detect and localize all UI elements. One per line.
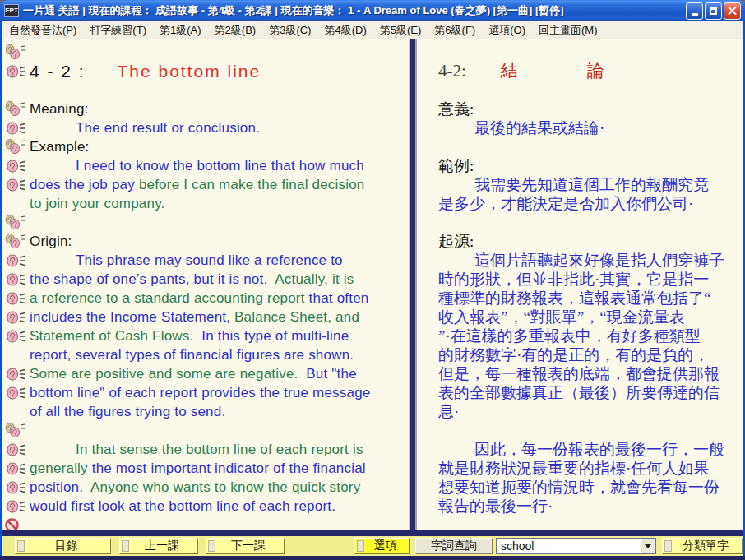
button-strip	[17, 540, 25, 552]
text-line	[4, 81, 409, 100]
close-button[interactable]	[724, 2, 741, 20]
button-strip	[208, 540, 215, 552]
search-combobox[interactable]: school	[496, 538, 656, 554]
menu-item[interactable]: 第2級(B)	[208, 21, 263, 39]
menu-item[interactable]: 自然發音法(P)	[2, 21, 83, 39]
line-text: a reference to a standard accounting rep…	[30, 289, 368, 308]
icon-column	[4, 442, 30, 457]
word-lookup-button[interactable]: 字詞查詢	[415, 538, 493, 554]
listen-line-icon[interactable]	[4, 64, 26, 79]
line-text: Meaning:	[30, 100, 89, 118]
text-line: 的財務數字·有的是正的，有的是負的，	[438, 345, 743, 364]
text-segment: Some are positive and some are negative.	[30, 366, 306, 382]
menu-item[interactable]: 第6級(F)	[428, 21, 482, 39]
text-line: 表的全部數據真正（最後）所要傳達的信	[438, 383, 743, 402]
icon-column	[4, 499, 30, 514]
text-segment: Origin:	[30, 234, 72, 249]
listen-paragraph-icon[interactable]	[4, 101, 26, 118]
text-segment: The end result or conclusion.	[76, 120, 260, 136]
listen-line-icon[interactable]	[4, 272, 26, 287]
menu-item[interactable]: 第4級(D)	[317, 21, 372, 39]
listen-line-icon[interactable]	[4, 461, 26, 476]
listen-line-icon[interactable]	[4, 480, 26, 495]
listen-line-icon[interactable]	[4, 329, 26, 344]
text-line: 報告的最後一行·	[438, 497, 743, 516]
previous-lesson-button[interactable]: 上一課	[119, 538, 198, 554]
listen-line-icon[interactable]	[4, 310, 26, 325]
listen-line-icon[interactable]	[4, 159, 26, 174]
text-segment: 我需要先知道這個工作的報酬究竟	[474, 176, 709, 193]
text-segment: I need to know the bottom line that how …	[76, 158, 364, 174]
menu-item[interactable]: 回主畫面(M)	[532, 21, 604, 39]
text-line	[4, 43, 409, 62]
listen-line-icon[interactable]	[4, 253, 26, 268]
icon-column	[4, 367, 30, 382]
text-line: bottom line" of each report provides the…	[4, 383, 409, 402]
line-text: 範例:	[438, 156, 474, 175]
next-lesson-button[interactable]: 下一課	[206, 538, 285, 554]
line-text: 因此，每一份報表的最後一行，一般	[438, 440, 724, 459]
close-icon	[728, 7, 737, 16]
contents-button[interactable]: 目錄	[15, 538, 111, 554]
line-text: bottom line" of each report provides the…	[30, 383, 370, 402]
listen-paragraph-icon[interactable]	[4, 139, 26, 155]
text-segment: This phrase may sound like a reference t…	[76, 252, 343, 268]
text-segment: In that sense the bottom line of each re…	[76, 442, 363, 457]
menu-item[interactable]: 第3級(C)	[262, 21, 317, 39]
line-text: In that sense the bottom line of each re…	[30, 440, 363, 459]
text-line: 起源:	[438, 232, 743, 251]
search-input[interactable]: school	[497, 539, 641, 553]
listen-line-icon[interactable]	[4, 499, 26, 514]
title-bar[interactable]: EPT 一片通 美語 | 現在的課程： 成語故事 - 第4級 - 第2課 | 現…	[0, 0, 745, 21]
icon-column	[4, 64, 30, 79]
menu-item[interactable]: 第5級(E)	[373, 21, 428, 39]
text-segment: Actually, it is	[275, 271, 354, 287]
icon-column	[4, 461, 30, 476]
listen-line-icon[interactable]	[4, 121, 26, 136]
line-text: 報告的最後一行·	[438, 497, 553, 516]
listen-line-icon[interactable]	[4, 367, 26, 382]
text-segment: 因此，每一份報表的最後一行，一般	[474, 441, 724, 458]
text-segment: 收入報表”，“對賬單”，“現金流量表	[438, 308, 685, 326]
listen-paragraph-icon[interactable]	[4, 215, 26, 231]
text-line: 就是財務狀況最重要的指標·任何人如果	[438, 459, 743, 478]
text-segment: position.	[30, 479, 90, 495]
menu-bar: 自然發音法(P)打字練習(T)第1級(A)第2級(B)第3級(C)第4級(D)第…	[2, 21, 743, 39]
options-button[interactable]: 選項	[354, 538, 410, 554]
text-line: position. Anyone who wants to know the q…	[4, 478, 409, 497]
line-text: I need to know the bottom line that how …	[30, 156, 364, 175]
menu-item[interactable]: 打字練習(T)	[83, 21, 153, 39]
text-segment: Anyone who wants to know the quick story	[90, 479, 360, 495]
text-line: generally the most important indicator o…	[4, 459, 409, 478]
combo-dropdown-button[interactable]	[641, 539, 655, 553]
listen-line-icon[interactable]	[4, 178, 26, 192]
text-segment: the most important indicator of the fina…	[92, 460, 366, 476]
line-text: of all the figures trying to send.	[30, 402, 225, 421]
maximize-button[interactable]	[705, 2, 722, 20]
listen-paragraph-icon[interactable]	[4, 234, 26, 250]
listen-paragraph-icon[interactable]	[4, 423, 26, 439]
stop-icon[interactable]	[4, 517, 20, 530]
text-segment: the shape of one’s pants, but it is not.	[30, 271, 275, 287]
listen-line-icon[interactable]	[4, 386, 26, 400]
listen-line-icon[interactable]	[4, 442, 26, 457]
listen-line-icon[interactable]	[4, 291, 26, 306]
text-line	[4, 421, 409, 440]
text-line	[438, 81, 743, 100]
text-line: I need to know the bottom line that how …	[4, 156, 409, 175]
icon-column	[4, 272, 30, 287]
menu-item[interactable]: 選項(O)	[482, 21, 532, 39]
text-segment: 的財務數字·有的是正的，有的是負的，	[438, 346, 709, 363]
text-segment: 想要知道扼要的情況時，就會先看每一份	[438, 479, 720, 496]
line-text: 種標準的財務報表，這報表通常包括了“	[438, 289, 710, 308]
line-text: 息·	[438, 402, 459, 421]
menu-item[interactable]: 第1級(A)	[153, 21, 208, 39]
categorized-words-button[interactable]: 分類單字	[662, 538, 743, 554]
minimize-button[interactable]	[686, 2, 703, 20]
text-line: of all the figures trying to send.	[4, 402, 409, 421]
text-line: In that sense the bottom line of each re…	[4, 440, 409, 459]
listen-paragraph-icon[interactable]	[4, 44, 26, 61]
text-line	[4, 516, 409, 530]
text-segment: 起源:	[438, 233, 474, 250]
text-segment: 4-2:	[438, 61, 501, 81]
